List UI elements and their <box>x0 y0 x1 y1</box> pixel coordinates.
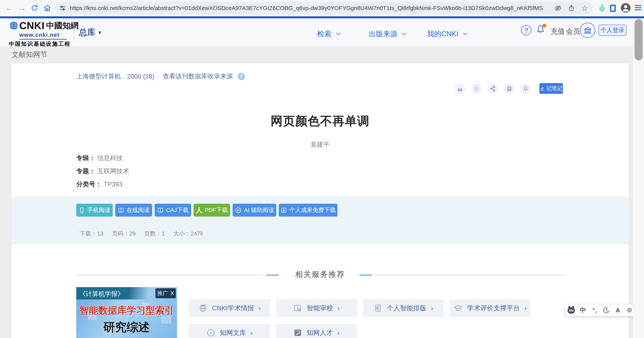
stat-page-number: 页码：29 <box>112 230 136 238</box>
back-icon[interactable]: ← <box>4 2 15 14</box>
layout-doc-icon <box>374 304 382 312</box>
seal-icon: 文 <box>206 329 215 337</box>
cnki-logo: CNKI 中國知網 www.cnki.net 中国知识基础设施工程 <box>9 20 78 48</box>
profile-avatar[interactable] <box>621 3 630 13</box>
book-open-icon <box>157 207 164 213</box>
scrollbar-track[interactable] <box>633 18 644 338</box>
alert-bell-icon[interactable] <box>520 83 531 94</box>
promo-banner[interactable]: 《计算机学报》 推广 X 智能数据库学习型索引 研究综述 <box>76 287 177 338</box>
divider-accent-right <box>360 275 372 276</box>
svg-text:文: 文 <box>209 331 212 335</box>
stat-downloads: 下载：13 <box>80 230 103 238</box>
service-card-smart-typesetting[interactable]: 个人智能排版 › <box>363 299 444 317</box>
recharge-link[interactable]: 充值 <box>551 27 565 36</box>
ai-hexagon-icon: AI <box>235 207 242 214</box>
scrollbar-thumb[interactable] <box>634 19 643 60</box>
journal-title-link[interactable]: 上海微型计算机 . <box>76 72 124 81</box>
graduation-cap-icon <box>454 304 462 313</box>
chevron-down-icon <box>402 32 406 35</box>
site-header: CNKI 中國知網 www.cnki.net 中国知识基础设施工程 总库 ▾ 检… <box>0 18 644 46</box>
meta-album: 专辑：信息科技 <box>76 154 123 163</box>
dark-mode-moon-icon[interactable] <box>602 306 611 315</box>
chevron-right-icon: › <box>338 305 340 312</box>
promo-journal-name: 《计算机学报》 <box>79 290 124 298</box>
database-switcher[interactable]: 总库 ▾ <box>79 27 101 38</box>
extension-square-icon[interactable] <box>610 5 616 12</box>
chevron-right-icon: › <box>259 305 261 312</box>
service-card-academic-evaluation[interactable]: 学术评价支撑平台 › <box>450 299 530 317</box>
database-source-link[interactable]: 查看该刊数据库收录来源 <box>163 72 233 81</box>
member-link[interactable]: 会员 <box>566 27 580 36</box>
stat-page-count: 页数：1 <box>144 230 165 238</box>
print-icon[interactable] <box>504 83 514 94</box>
bookmark-star-icon[interactable]: ☆ <box>579 3 590 13</box>
nav-my-cnki[interactable]: 我的CNKI <box>427 29 468 39</box>
forward-icon[interactable]: → <box>16 2 28 14</box>
reader-mode-icon[interactable]: A <box>613 306 622 315</box>
notification-dot <box>542 24 546 27</box>
pencil-icon <box>540 86 545 91</box>
chevron-down-icon <box>463 32 468 35</box>
help-badge-icon[interactable]: ? <box>238 73 245 80</box>
chevron-right-icon: › <box>338 329 340 337</box>
service-card-cnki-talent[interactable]: CNKI 知网人才 › <box>276 324 357 338</box>
home-icon[interactable] <box>42 2 53 14</box>
cnki-badge-icon: CNKI <box>294 329 302 337</box>
chevron-down-icon <box>336 32 341 35</box>
phone-icon <box>79 207 85 213</box>
promo-title-line1: 智能数据库学习型索引 <box>76 304 177 317</box>
notification-bell-icon[interactable] <box>535 24 546 36</box>
ai-assisted-read-button[interactable]: AI AI 辅助阅读 <box>232 204 276 217</box>
promo-title-line2: 研究综述 <box>76 320 177 335</box>
journal-issue: 2000 (28) <box>127 73 154 80</box>
url-text[interactable]: https://kns.cnki.net/kcms2/article/abstr… <box>70 5 543 11</box>
service-card-academic-intelligence[interactable]: CNKI学术情报 › <box>189 299 270 317</box>
article-title: 网页颜色不再单调 <box>12 113 628 129</box>
meta-topic: 专题：互联网技术 <box>76 167 129 175</box>
pdf-download-button[interactable]: 人 PDF下载 <box>194 204 230 217</box>
breadcrumb: 文献知网节 <box>12 50 47 59</box>
punctuation-icon[interactable]: °, <box>590 306 599 315</box>
nav-search[interactable]: 检索 <box>317 29 341 39</box>
share-icon[interactable] <box>566 3 577 13</box>
pdf-person-icon: 人 <box>196 206 202 215</box>
take-notes-button[interactable]: 记笔记 <box>539 83 563 94</box>
chevron-down-icon: ▾ <box>98 29 101 36</box>
service-card-cnki-wenku[interactable]: 文 知网文库 › <box>189 324 270 338</box>
globe-logo-icon <box>9 21 18 30</box>
download-icon <box>280 207 287 213</box>
online-read-button[interactable]: 在线阅读 <box>115 204 152 217</box>
chevron-right-icon: › <box>250 329 253 337</box>
site-settings-icon[interactable] <box>59 4 66 12</box>
cite-quote-icon[interactable]: “ <box>455 83 465 94</box>
book-check-icon <box>293 304 302 313</box>
baidu-translate-icon[interactable]: du <box>566 306 576 315</box>
meta-classification: 分类号：TP393 <box>76 180 122 189</box>
personal-free-download-button[interactable]: 个人成果免费下载 <box>279 204 338 217</box>
help-icon[interactable]: ? <box>521 25 532 35</box>
chinese-translate-icon[interactable]: 中 <box>578 306 588 315</box>
extension-flask-icon[interactable] <box>598 3 606 14</box>
floating-extension-toolbar: du 中 °, A ⚙ <box>565 305 636 316</box>
promo-close-icon[interactable]: X <box>170 290 174 296</box>
svg-text:CNKI: CNKI <box>295 330 300 332</box>
top-accent-strip <box>0 16 644 18</box>
article-author[interactable]: 童建平 <box>12 140 628 149</box>
article-card: 上海微型计算机 . 2000 (28) 查看该刊数据库收录来源 ? “ ☆ 记笔… <box>12 64 628 338</box>
share-alt-icon[interactable] <box>488 83 498 94</box>
caj-download-button[interactable]: CAJ下载 <box>155 204 191 217</box>
institution-icon[interactable] <box>580 22 595 38</box>
service-card-smart-proofreading[interactable]: 智能审校 › <box>276 299 357 317</box>
nav-publication-source[interactable]: 出版来源 <box>369 29 406 39</box>
personal-login-button[interactable]: 个人登录 <box>598 25 626 36</box>
action-button-row: 手机阅读 在线阅读 CAJ下载 人 PDF下载 AI AI 辅助阅读 个人成果免… <box>76 204 338 217</box>
header-divider <box>74 23 74 41</box>
page: ← → https://kns.cnki.net/kcms2/article/a… <box>0 0 644 338</box>
mobile-read-button[interactable]: 手机阅读 <box>76 204 113 217</box>
stat-size: 大小：247k <box>173 230 203 238</box>
eye-off-icon[interactable] <box>552 3 563 13</box>
favorite-star-icon[interactable]: ☆ <box>471 83 482 94</box>
browser-menu-icon[interactable] <box>635 5 641 10</box>
reload-icon[interactable] <box>29 2 40 14</box>
url-bar[interactable]: https://kns.cnki.net/kcms2/article/abstr… <box>54 2 593 14</box>
